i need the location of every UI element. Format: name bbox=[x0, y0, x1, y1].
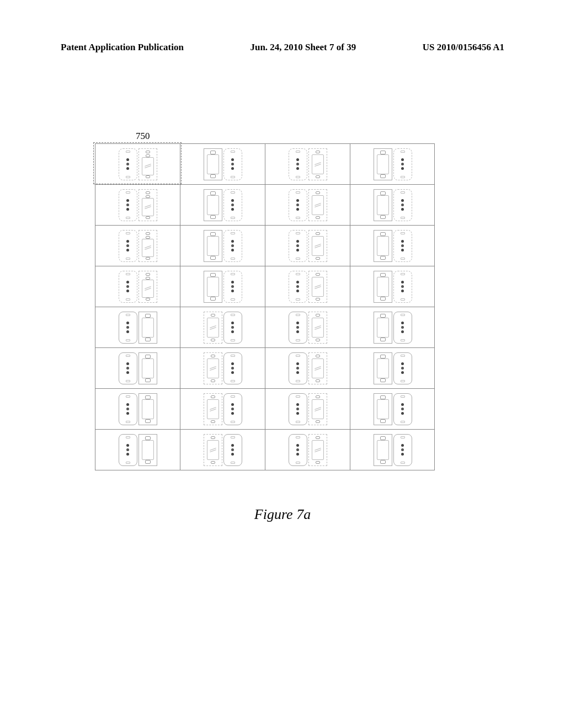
grid-cell bbox=[95, 266, 180, 307]
component-glyph bbox=[204, 352, 222, 384]
component-glyph bbox=[393, 434, 412, 466]
component-glyph bbox=[308, 271, 327, 303]
component-glyph bbox=[119, 312, 137, 344]
component-glyph bbox=[204, 148, 222, 180]
header-right: US 2010/0156456 A1 bbox=[423, 42, 504, 53]
grid-cell bbox=[350, 429, 435, 470]
component-glyph bbox=[119, 393, 137, 425]
component-glyph bbox=[223, 352, 242, 384]
component-glyph bbox=[204, 189, 222, 221]
grid-cell bbox=[180, 143, 265, 184]
component-glyph bbox=[289, 271, 307, 303]
figure-7a: 750 bbox=[95, 143, 437, 470]
component-glyph bbox=[289, 189, 307, 221]
component-glyph bbox=[119, 271, 137, 303]
grid-cell bbox=[350, 307, 435, 347]
component-glyph bbox=[374, 352, 392, 384]
grid-cell bbox=[180, 266, 265, 307]
grid-cell bbox=[265, 307, 350, 347]
grid-cell bbox=[95, 388, 180, 429]
grid-cell bbox=[265, 184, 350, 225]
component-glyph bbox=[223, 312, 242, 344]
component-glyph bbox=[138, 148, 157, 180]
component-glyph bbox=[374, 189, 392, 221]
component-glyph bbox=[223, 189, 242, 221]
grid-cell bbox=[180, 388, 265, 429]
component-glyph bbox=[393, 393, 412, 425]
component-glyph bbox=[138, 352, 157, 384]
grid-cell bbox=[95, 307, 180, 347]
component-glyph bbox=[289, 230, 307, 262]
component-glyph bbox=[119, 434, 137, 466]
component-glyph bbox=[393, 189, 412, 221]
grid-cell bbox=[265, 429, 350, 470]
grid-cell bbox=[265, 143, 350, 184]
grid-cell bbox=[95, 143, 180, 184]
grid-cell bbox=[180, 429, 265, 470]
grid-cell bbox=[350, 225, 435, 266]
component-glyph bbox=[223, 393, 242, 425]
grid-cell bbox=[265, 225, 350, 266]
component-glyph bbox=[138, 312, 157, 344]
component-glyph bbox=[308, 189, 327, 221]
component-glyph bbox=[289, 352, 307, 384]
component-glyph bbox=[393, 148, 412, 180]
component-glyph bbox=[374, 271, 392, 303]
component-glyph bbox=[204, 393, 222, 425]
callout-ref-750: 750 bbox=[136, 131, 150, 142]
component-glyph bbox=[374, 393, 392, 425]
component-glyph bbox=[119, 352, 137, 384]
component-glyph bbox=[308, 434, 327, 466]
component-glyph bbox=[374, 230, 392, 262]
component-glyph bbox=[393, 352, 412, 384]
grid-cell bbox=[180, 225, 265, 266]
component-glyph bbox=[289, 434, 307, 466]
grid-cell bbox=[265, 347, 350, 388]
component-glyph bbox=[204, 434, 222, 466]
header-center: Jun. 24, 2010 Sheet 7 of 39 bbox=[250, 42, 356, 53]
component-glyph bbox=[289, 393, 307, 425]
component-glyph bbox=[308, 148, 327, 180]
component-glyph bbox=[119, 230, 137, 262]
layout-grid bbox=[95, 143, 435, 470]
component-glyph bbox=[374, 312, 392, 344]
patent-header: Patent Application Publication Jun. 24, … bbox=[61, 42, 504, 53]
component-glyph bbox=[138, 271, 157, 303]
grid-cell bbox=[350, 184, 435, 225]
grid-cell bbox=[180, 307, 265, 347]
header-left: Patent Application Publication bbox=[61, 42, 184, 53]
grid-cell bbox=[350, 388, 435, 429]
component-glyph bbox=[138, 189, 157, 221]
component-glyph bbox=[308, 312, 327, 344]
component-glyph bbox=[308, 352, 327, 384]
grid-cell bbox=[180, 347, 265, 388]
grid-cell bbox=[95, 347, 180, 388]
component-glyph bbox=[119, 148, 137, 180]
component-glyph bbox=[204, 312, 222, 344]
component-glyph bbox=[308, 230, 327, 262]
component-glyph bbox=[393, 271, 412, 303]
figure-caption: Figure 7a bbox=[0, 506, 565, 523]
component-glyph bbox=[374, 434, 392, 466]
grid-cell bbox=[95, 184, 180, 225]
component-glyph bbox=[223, 434, 242, 466]
component-glyph bbox=[138, 393, 157, 425]
component-glyph bbox=[223, 148, 242, 180]
grid-cell bbox=[265, 388, 350, 429]
component-glyph bbox=[393, 230, 412, 262]
component-glyph bbox=[223, 230, 242, 262]
component-glyph bbox=[289, 148, 307, 180]
grid-cell bbox=[180, 184, 265, 225]
component-glyph bbox=[289, 312, 307, 344]
grid-cell bbox=[95, 429, 180, 470]
component-glyph bbox=[138, 230, 157, 262]
component-glyph bbox=[223, 271, 242, 303]
grid-cell bbox=[350, 143, 435, 184]
component-glyph bbox=[393, 312, 412, 344]
grid-cell bbox=[265, 266, 350, 307]
grid-cell bbox=[350, 347, 435, 388]
component-glyph bbox=[374, 148, 392, 180]
grid-cell bbox=[350, 266, 435, 307]
component-glyph bbox=[138, 434, 157, 466]
component-glyph bbox=[119, 189, 137, 221]
